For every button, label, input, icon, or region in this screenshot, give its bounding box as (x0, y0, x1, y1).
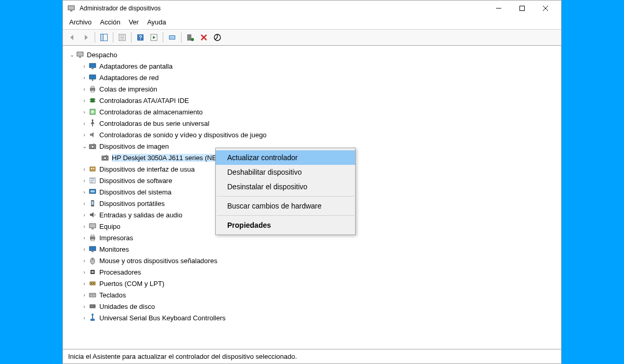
ctx-uninstall-device[interactable]: Desinstalar el dispositivo (216, 179, 355, 194)
close-button[interactable] (534, 1, 557, 16)
chevron-right-icon[interactable]: › (81, 235, 88, 241)
chevron-right-icon[interactable]: › (81, 303, 88, 309)
menu-action[interactable]: Acción (100, 18, 120, 26)
tree-item-label: Monitores (99, 245, 129, 253)
svg-rect-57 (91, 239, 94, 241)
svg-point-37 (92, 111, 94, 113)
uninstall-button[interactable] (198, 31, 210, 44)
tree-item[interactable]: ›Unidades de disco (65, 301, 559, 312)
tree-item-label: Dispositivos de interfaz de usua (99, 165, 195, 173)
device-manager-window: Administrador de dispositivos Archivo Ac… (62, 0, 562, 364)
printer-icon (88, 233, 97, 242)
tree-item-label: Controladoras ATA/ATAPI IDE (99, 97, 189, 105)
toolbar: ? (63, 30, 561, 46)
software-icon (88, 176, 97, 185)
device-tree[interactable]: ⌄Despacho›Adaptadores de pantalla›Adapta… (63, 46, 561, 349)
cpu-icon (88, 268, 97, 276)
svg-point-43 (104, 157, 107, 160)
chevron-right-icon[interactable]: › (81, 269, 88, 275)
svg-rect-30 (91, 90, 94, 92)
chevron-right-icon[interactable]: › (81, 200, 88, 206)
action-button[interactable] (148, 31, 160, 44)
ctx-disable-device[interactable]: Deshabilitar dispositivo (216, 165, 355, 179)
toolbar-separator (113, 32, 113, 43)
chevron-right-icon[interactable]: › (81, 63, 88, 69)
chevron-right-icon[interactable]: › (81, 74, 88, 81)
svg-rect-0 (68, 6, 74, 10)
ctx-properties[interactable]: Propiedades (216, 218, 355, 232)
tree-item[interactable]: ›Procesadores (65, 266, 559, 278)
tree-item[interactable]: ›Colas de impresión (65, 83, 559, 95)
chevron-down-icon[interactable]: ⌄ (68, 51, 75, 58)
tree-item[interactable]: ›Controladoras de almacenamiento (65, 106, 559, 118)
menu-help[interactable]: Ayuda (147, 18, 166, 26)
port-icon (88, 279, 97, 288)
menu-file[interactable]: Archivo (69, 18, 92, 26)
svg-rect-31 (90, 98, 95, 102)
usbkb-icon (88, 314, 97, 322)
tree-item[interactable]: ›Universal Serial Bus Keyboard Controlle… (65, 312, 559, 323)
svg-rect-7 (101, 34, 103, 41)
monitor-icon (88, 245, 97, 253)
chevron-right-icon[interactable]: › (81, 166, 88, 172)
tree-item[interactable]: ›Controladoras de sonido y vídeo y dispo… (65, 129, 559, 140)
chevron-right-icon[interactable]: › (81, 97, 88, 103)
svg-rect-63 (92, 271, 94, 273)
show-hide-tree-button[interactable] (98, 31, 110, 44)
tree-item[interactable]: ⌄Despacho (65, 49, 559, 60)
chevron-right-icon[interactable]: › (81, 86, 88, 92)
chevron-right-icon[interactable]: › (81, 292, 88, 298)
ctx-scan-hardware[interactable]: Buscar cambios de hardware (216, 199, 355, 213)
chevron-right-icon[interactable]: › (81, 109, 88, 115)
tree-item[interactable]: ›Adaptadores de red (65, 72, 559, 83)
chevron-right-icon[interactable]: › (81, 189, 88, 195)
svg-rect-64 (90, 282, 95, 285)
svg-point-73 (92, 314, 94, 316)
svg-rect-53 (89, 224, 96, 228)
chip-icon (88, 96, 97, 105)
tree-item[interactable]: ›Controladoras de bus serie universal (65, 118, 559, 129)
svg-rect-52 (92, 201, 94, 205)
scan-hardware-button[interactable] (184, 31, 197, 44)
chevron-right-icon[interactable]: › (81, 120, 88, 126)
tree-item[interactable]: ›Adaptadores de pantalla (65, 60, 559, 72)
disable-button[interactable] (211, 31, 224, 44)
tree-item[interactable]: ›Mouse y otros dispositivos señaladores (65, 255, 559, 266)
svg-rect-70 (94, 294, 95, 295)
chevron-right-icon[interactable]: › (81, 223, 88, 229)
tree-item-label: Despacho (87, 51, 118, 59)
chevron-right-icon[interactable]: › (81, 212, 88, 218)
maximize-button[interactable] (510, 1, 534, 16)
tree-item[interactable]: ›Controladoras ATA/ATAPI IDE (65, 95, 559, 106)
svg-point-66 (93, 283, 94, 284)
svg-rect-24 (89, 63, 96, 68)
chevron-right-icon[interactable]: › (81, 246, 88, 252)
svg-rect-29 (91, 86, 94, 88)
chevron-right-icon[interactable]: › (81, 177, 88, 184)
tree-item-label: Unidades de disco (99, 303, 155, 310)
forward-button[interactable] (80, 31, 92, 44)
tree-item-label: Dispositivos de software (99, 177, 172, 185)
tree-item-label: Controladoras de almacenamiento (99, 108, 203, 116)
update-driver-button[interactable] (166, 31, 178, 44)
svg-rect-69 (92, 294, 93, 295)
help-button[interactable]: ? (134, 31, 147, 44)
svg-rect-45 (90, 167, 95, 171)
menu-view[interactable]: Ver (128, 18, 139, 26)
minimize-button[interactable] (487, 1, 510, 16)
chevron-right-icon[interactable]: › (81, 315, 88, 321)
back-button[interactable] (66, 31, 79, 44)
tree-item[interactable]: ›Puertos (COM y LPT) (65, 278, 559, 289)
svg-point-18 (191, 38, 194, 41)
tree-item-label: Dispositivos del sistema (99, 188, 172, 196)
svg-rect-54 (92, 228, 94, 229)
chevron-down-icon[interactable]: ⌄ (81, 143, 88, 150)
tree-item[interactable]: ›Teclados (65, 289, 559, 301)
ctx-update-driver[interactable]: Actualizar controlador (216, 150, 355, 165)
properties-button[interactable] (116, 31, 128, 44)
tree-item-label: Dispositivos portátiles (99, 200, 165, 207)
tree-item[interactable]: ›Monitores (65, 243, 559, 255)
chevron-right-icon[interactable]: › (81, 132, 88, 138)
chevron-right-icon[interactable]: › (81, 257, 88, 264)
chevron-right-icon[interactable]: › (81, 280, 88, 287)
